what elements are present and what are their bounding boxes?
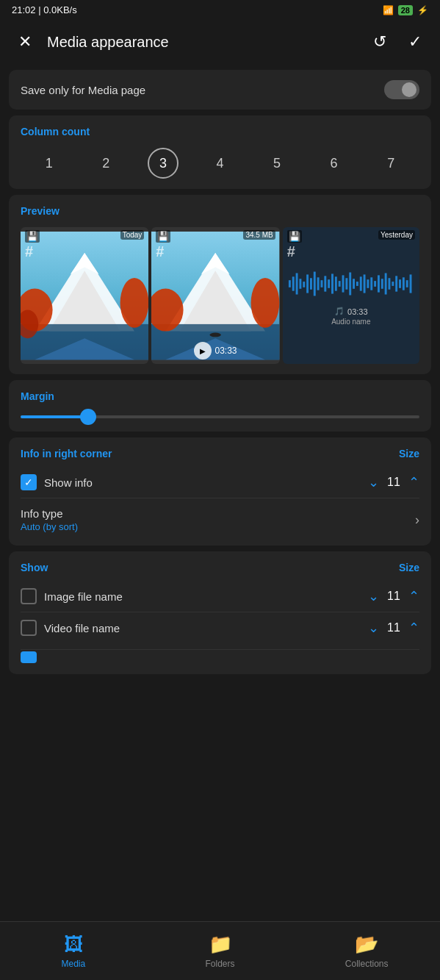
- svg-rect-46: [388, 278, 390, 289]
- margin-title: Margin: [21, 390, 419, 402]
- image-filename-row: Image file name ⌄ 11 ⌃: [21, 581, 419, 612]
- hash-icon-1: #: [25, 243, 33, 260]
- info-type-label: Info type: [21, 507, 415, 520]
- media-nav-icon: 🖼: [64, 933, 83, 956]
- hash-icon-2: #: [156, 243, 164, 260]
- preview-badge-2: 34.5 MB: [243, 230, 275, 240]
- col-3[interactable]: 3: [148, 148, 178, 179]
- slider-thumb[interactable]: [80, 409, 96, 425]
- audio-name: Audio name: [331, 318, 370, 326]
- video-filename-label: Video file name: [44, 622, 368, 634]
- svg-rect-31: [335, 276, 337, 290]
- svg-rect-32: [338, 281, 340, 287]
- svg-rect-19: [292, 276, 294, 290]
- show-info-row: ✓ Show info ⌄ 11 ⌃: [21, 467, 419, 498]
- svg-rect-35: [349, 273, 351, 296]
- audio-waveform: [287, 265, 415, 302]
- preview-badge-3: Yesterday: [378, 230, 415, 240]
- col-4[interactable]: 4: [204, 148, 235, 179]
- save-toggle-section: Save only for Media page: [9, 70, 431, 110]
- top-bar: ✕ Media appearance ↺ ✓: [0, 20, 440, 64]
- col-6[interactable]: 6: [319, 148, 350, 179]
- image-size-increase[interactable]: ⌃: [408, 588, 419, 604]
- info-corner-section: Info in right corner Size ✓ Show info ⌄ …: [9, 437, 431, 546]
- preview-cell-1: 💾 # Today: [21, 227, 148, 364]
- col-7[interactable]: 7: [375, 148, 406, 179]
- svg-rect-52: [409, 275, 411, 293]
- bottom-spacer: [0, 680, 440, 746]
- svg-rect-43: [378, 276, 380, 293]
- show-size-label: Size: [399, 562, 419, 573]
- show-info-label: Show info: [44, 476, 368, 489]
- show-info-checkbox[interactable]: ✓: [21, 474, 37, 490]
- image-filename-checkbox[interactable]: [21, 588, 37, 604]
- col-5[interactable]: 5: [262, 148, 292, 179]
- svg-rect-37: [356, 282, 358, 286]
- preview-duration-2: 03:33: [214, 346, 237, 356]
- svg-rect-23: [306, 275, 309, 293]
- show-section: Show Size Image file name ⌄ 11 ⌃ Video f…: [9, 551, 431, 674]
- svg-point-16: [251, 278, 280, 328]
- image-size-decrease[interactable]: ⌄: [368, 588, 379, 604]
- nav-folders[interactable]: 📁 Folders: [147, 922, 294, 980]
- svg-rect-40: [367, 279, 369, 288]
- info-size-label: Size: [399, 448, 419, 459]
- svg-rect-51: [405, 280, 408, 287]
- preview-title: Preview: [21, 205, 419, 217]
- svg-rect-20: [295, 273, 297, 295]
- info-type-row[interactable]: Info type Auto (by sort) ›: [21, 498, 419, 535]
- save-toggle-label: Save only for Media page: [21, 84, 145, 96]
- battery-icon: 28: [398, 5, 413, 15]
- column-count-section: Column count 1 2 3 4 5 6 7: [9, 115, 431, 189]
- info-type-content: Info type Auto (by sort): [21, 507, 415, 532]
- margin-section: Margin: [9, 380, 431, 432]
- partial-row: [21, 649, 419, 664]
- video-filename-size-value: 11: [385, 621, 403, 634]
- info-header: Info in right corner Size: [21, 448, 419, 459]
- image-filename-size-value: 11: [385, 590, 403, 603]
- margin-slider-container: [21, 412, 419, 421]
- media-nav-label: Media: [61, 959, 85, 969]
- sd-icon-2: 💾: [156, 230, 170, 243]
- preview-image-1: [21, 227, 148, 364]
- svg-rect-24: [310, 278, 312, 289]
- chevron-right-icon: ›: [415, 512, 419, 528]
- svg-rect-50: [403, 277, 405, 290]
- nav-media[interactable]: 🖼 Media: [0, 922, 147, 980]
- size-decrease-button[interactable]: ⌄: [368, 474, 379, 490]
- nav-collections[interactable]: 📂 Collections: [293, 922, 440, 980]
- info-corner-title: Info in right corner: [21, 448, 112, 459]
- sd-icon-3: 💾: [287, 230, 302, 243]
- video-size-decrease[interactable]: ⌄: [368, 620, 379, 636]
- svg-rect-29: [328, 279, 330, 288]
- page-title: Media appearance: [47, 34, 358, 51]
- preview-cell-2: 💾 # 34.5 MB ▶ 03:33: [151, 227, 279, 364]
- preview-section: Preview: [9, 195, 431, 374]
- video-filename-size-controls: ⌄ 11 ⌃: [368, 620, 419, 636]
- video-filename-checkbox[interactable]: [21, 620, 37, 636]
- video-size-increase[interactable]: ⌃: [408, 620, 419, 636]
- svg-rect-27: [320, 280, 322, 287]
- audio-info: 🎵 03:33: [334, 307, 368, 316]
- col-1[interactable]: 1: [34, 148, 65, 179]
- signal-icon: 📶: [383, 5, 394, 15]
- save-toggle[interactable]: [384, 80, 419, 99]
- svg-rect-28: [324, 276, 326, 292]
- svg-rect-44: [381, 279, 383, 289]
- confirm-button[interactable]: ✓: [402, 29, 428, 55]
- svg-rect-41: [370, 277, 372, 290]
- svg-rect-45: [384, 273, 386, 295]
- reset-button[interactable]: ↺: [367, 29, 393, 55]
- status-time: 21:02 | 0.0KB/s: [12, 4, 77, 15]
- svg-rect-33: [342, 276, 344, 293]
- size-increase-button[interactable]: ⌃: [408, 474, 419, 490]
- svg-rect-25: [313, 272, 315, 296]
- collections-nav-icon: 📂: [355, 933, 378, 956]
- folders-nav-label: Folders: [206, 959, 235, 969]
- play-button-2[interactable]: ▶: [194, 342, 212, 360]
- col-2[interactable]: 2: [90, 148, 121, 179]
- svg-rect-22: [303, 282, 305, 287]
- show-info-size-value: 11: [385, 476, 403, 489]
- svg-rect-48: [395, 276, 397, 292]
- close-button[interactable]: ✕: [12, 29, 38, 55]
